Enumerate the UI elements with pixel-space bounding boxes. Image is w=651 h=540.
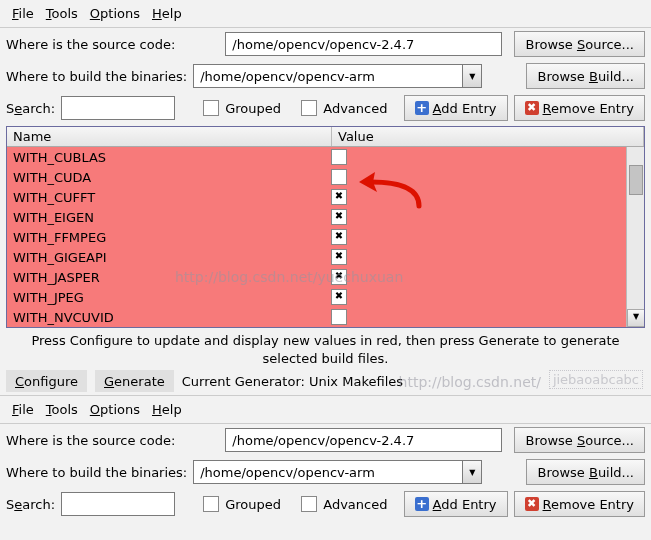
option-checkbox[interactable] (331, 169, 347, 185)
option-name: WITH_JASPER (7, 270, 325, 285)
source-path-input[interactable] (225, 32, 502, 56)
option-name: WITH_CUDA (7, 170, 325, 185)
table-row[interactable]: WITH_JASPER (7, 267, 644, 287)
grouped-label-2: Grouped (225, 497, 281, 512)
menu-help-2[interactable]: Help (148, 400, 186, 419)
plus-icon-2: + (415, 497, 429, 511)
option-value[interactable] (325, 189, 644, 206)
label-build-2: Where to build the binaries: (6, 465, 187, 480)
watermark-small: jiebaoabcabc (549, 370, 643, 389)
menubar-2: File Tools Options Help (0, 396, 651, 424)
remove-entry-button[interactable]: ✖ Remove Entry (514, 95, 645, 121)
option-checkbox[interactable] (331, 189, 347, 205)
options-table: Name Value WITH_CUBLASWITH_CUDAWITH_CUFF… (6, 126, 645, 328)
table-header: Name Value (7, 127, 644, 147)
advanced-label: Advanced (323, 101, 387, 116)
option-value[interactable] (325, 289, 644, 306)
build-path-input[interactable] (193, 64, 462, 88)
search-input[interactable] (61, 96, 175, 120)
option-checkbox[interactable] (331, 149, 347, 165)
option-name: WITH_CUFFT (7, 190, 325, 205)
column-value[interactable]: Value (332, 127, 644, 146)
option-value[interactable] (325, 209, 644, 226)
browse-source-button[interactable]: Browse Source... (514, 31, 645, 57)
add-entry-button-2[interactable]: + Add Entry (404, 491, 508, 517)
grouped-label: Grouped (225, 101, 281, 116)
table-row[interactable]: WITH_CUBLAS (7, 147, 644, 167)
grouped-checkbox[interactable] (203, 100, 219, 116)
menu-options[interactable]: Options (86, 4, 144, 23)
search-input-2[interactable] (61, 492, 175, 516)
label-build: Where to build the binaries: (6, 69, 187, 84)
label-search-2: Search: (6, 497, 55, 512)
table-row[interactable]: WITH_NVCUVID (7, 307, 644, 327)
option-name: WITH_JPEG (7, 290, 325, 305)
menu-file[interactable]: File (8, 4, 38, 23)
label-source: Where is the source code: (6, 37, 175, 52)
generator-label: Current Generator: Unix Makefiles (182, 374, 403, 389)
table-row[interactable]: WITH_FFMPEG (7, 227, 644, 247)
table-row[interactable]: WITH_CUFFT (7, 187, 644, 207)
option-name: WITH_NVCUVID (7, 310, 325, 325)
menubar: File Tools Options Help (0, 0, 651, 28)
option-checkbox[interactable] (331, 289, 347, 305)
hint-text: Press Configure to update and display ne… (0, 328, 651, 370)
build-path-dropdown[interactable]: ▼ (462, 64, 482, 88)
option-value[interactable] (325, 169, 644, 186)
configure-button[interactable]: Configure (6, 370, 87, 392)
option-value[interactable] (325, 269, 644, 286)
scrollbar[interactable]: ▼ (626, 147, 644, 327)
grouped-checkbox-2[interactable] (203, 496, 219, 512)
browse-build-button[interactable]: Browse Build... (526, 63, 645, 89)
option-value[interactable] (325, 249, 644, 266)
advanced-checkbox[interactable] (301, 100, 317, 116)
advanced-checkbox-2[interactable] (301, 496, 317, 512)
option-checkbox[interactable] (331, 309, 347, 325)
option-checkbox[interactable] (331, 269, 347, 285)
option-checkbox[interactable] (331, 229, 347, 245)
advanced-label-2: Advanced (323, 497, 387, 512)
build-path-input-2[interactable] (193, 460, 462, 484)
scroll-thumb[interactable] (629, 165, 643, 195)
option-name: WITH_GIGEAPI (7, 250, 325, 265)
option-value[interactable] (325, 309, 644, 326)
menu-tools[interactable]: Tools (42, 4, 82, 23)
menu-tools-2[interactable]: Tools (42, 400, 82, 419)
menu-help[interactable]: Help (148, 4, 186, 23)
remove-icon: ✖ (525, 101, 539, 115)
option-checkbox[interactable] (331, 249, 347, 265)
table-row[interactable]: WITH_CUDA (7, 167, 644, 187)
source-path-input-2[interactable] (225, 428, 502, 452)
table-body: WITH_CUBLASWITH_CUDAWITH_CUFFTWITH_EIGEN… (7, 147, 644, 327)
option-name: WITH_CUBLAS (7, 150, 325, 165)
add-entry-button[interactable]: + Add Entry (404, 95, 508, 121)
label-search: Search: (6, 101, 55, 116)
browse-build-button-2[interactable]: Browse Build... (526, 459, 645, 485)
option-name: WITH_FFMPEG (7, 230, 325, 245)
build-path-dropdown-2[interactable]: ▼ (462, 460, 482, 484)
menu-file-2[interactable]: File (8, 400, 38, 419)
plus-icon: + (415, 101, 429, 115)
option-value[interactable] (325, 149, 644, 166)
option-name: WITH_EIGEN (7, 210, 325, 225)
remove-entry-button-2[interactable]: ✖ Remove Entry (514, 491, 645, 517)
menu-options-2[interactable]: Options (86, 400, 144, 419)
scroll-down-arrow[interactable]: ▼ (627, 309, 644, 327)
watermark-sub: http://blog.csdn.net/ (399, 374, 541, 390)
table-row[interactable]: WITH_GIGEAPI (7, 247, 644, 267)
label-source-2: Where is the source code: (6, 433, 175, 448)
browse-source-button-2[interactable]: Browse Source... (514, 427, 645, 453)
generate-button[interactable]: Generate (95, 370, 174, 392)
option-value[interactable] (325, 229, 644, 246)
remove-icon-2: ✖ (525, 497, 539, 511)
column-name[interactable]: Name (7, 127, 332, 146)
option-checkbox[interactable] (331, 209, 347, 225)
table-row[interactable]: WITH_JPEG (7, 287, 644, 307)
table-row[interactable]: WITH_EIGEN (7, 207, 644, 227)
